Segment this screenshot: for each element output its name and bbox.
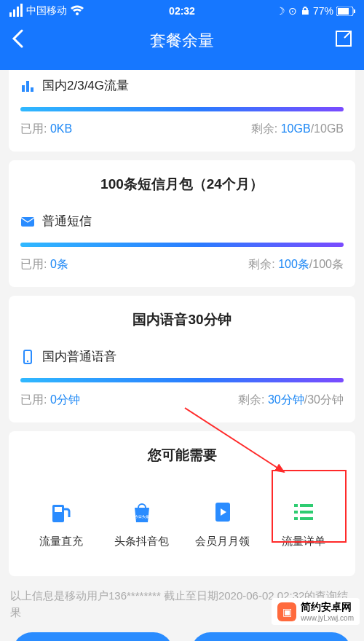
recommend-title: 您可能需要 [20, 431, 344, 478]
service-label: 头条抖音包 [114, 535, 169, 548]
service-toutiao-douyin[interactable]: 今日头条 头条抖音包 [101, 500, 182, 548]
share-button[interactable] [335, 29, 352, 52]
data-remain-label: 剩余: [251, 122, 277, 135]
watermark-name: 简约安卓网 [301, 601, 354, 614]
service-label: 流量直充 [39, 535, 83, 548]
service-label: 流量详单 [282, 535, 325, 548]
service-data-recharge[interactable]: 流量直充 [20, 500, 101, 548]
svg-rect-21 [294, 511, 298, 514]
data-used-label: 已用: [20, 122, 47, 135]
status-bar: 中国移动 02:32 ☽ ⊙ 🔒︎ 77% [0, 0, 364, 19]
svg-rect-15 [55, 507, 62, 512]
sms-used-value: 0条 [50, 258, 68, 270]
svg-rect-22 [300, 511, 313, 514]
voice-used-value: 0分钟 [50, 393, 80, 406]
svg-rect-10 [31, 87, 33, 92]
svg-rect-8 [22, 85, 25, 92]
video-icon [210, 500, 235, 524]
data-label: 国内2/3/4G流量 [42, 77, 129, 94]
svg-point-13 [27, 360, 28, 361]
not-enough-button[interactable]: 不够用 [191, 632, 351, 641]
page-title: 套餐余量 [0, 30, 364, 52]
bag-icon: 今日头条 [130, 500, 154, 524]
sms-used-label: 已用: [20, 258, 47, 270]
data-icon [20, 79, 35, 93]
recommend-card: 您可能需要 流量直充 今日头条 头条抖音包 会员月月领 流量详单 [9, 431, 355, 576]
data-progress [20, 107, 344, 111]
svg-rect-24 [300, 517, 313, 520]
change-plan-button[interactable]: 不适合，换套餐 [13, 632, 173, 641]
phone-icon [20, 350, 35, 364]
svg-rect-20 [300, 504, 313, 507]
sms-progress [20, 243, 344, 247]
sms-usage-card: 100条短信月包（24个月） 普通短信 已用: 0条 剩余: 100条/100条 [9, 160, 355, 287]
service-data-detail[interactable]: 流量详单 [263, 500, 344, 548]
service-member-monthly[interactable]: 会员月月领 [182, 500, 263, 548]
voice-usage-card: 国内语音30分钟 国内普通语音 已用: 0分钟 剩余: 30分钟/30分钟 [9, 296, 355, 422]
svg-rect-19 [294, 504, 298, 507]
pump-icon [49, 500, 74, 524]
voice-used-label: 已用: [20, 393, 47, 406]
data-remain-value: 10GB [281, 122, 311, 135]
svg-rect-23 [294, 517, 298, 520]
back-button[interactable] [12, 29, 23, 53]
voice-remain-value: 30分钟 [268, 393, 304, 406]
data-total-value: /10GB [311, 122, 344, 135]
voice-card-title: 国内语音30分钟 [20, 296, 344, 342]
sms-total-value: /100条 [309, 258, 344, 270]
sms-remain-label: 剩余: [248, 258, 274, 270]
sms-remain-value: 100条 [278, 258, 309, 270]
service-label: 会员月月领 [195, 535, 250, 548]
sms-label: 普通短信 [42, 213, 92, 229]
voice-label: 国内普通语音 [42, 348, 116, 365]
data-usage-card: 国内2/3/4G流量 已用: 0KB 剩余: 10GB/10GB [9, 64, 355, 152]
sms-card-title: 100条短信月包（24个月） [20, 160, 344, 207]
watermark-icon: ▣ [277, 602, 296, 621]
sms-icon [20, 214, 35, 229]
data-used-value: 0KB [50, 122, 72, 135]
svg-rect-9 [26, 81, 29, 92]
voice-progress [20, 378, 344, 382]
watermark-url: www.jyLxwj.com [301, 614, 354, 622]
list-icon [291, 500, 316, 524]
watermark: ▣ 简约安卓网 www.jyLxwj.com [272, 598, 360, 625]
voice-total-value: /30分钟 [304, 393, 344, 406]
svg-text:今日头条: 今日头条 [135, 514, 149, 519]
clock: 02:32 [0, 5, 364, 17]
voice-remain-label: 剩余: [238, 393, 264, 406]
